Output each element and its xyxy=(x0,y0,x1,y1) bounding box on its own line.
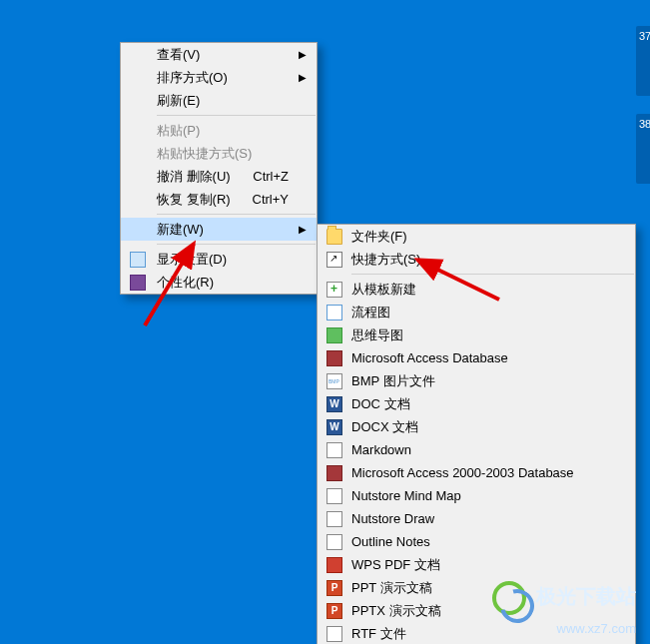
menu-redo-label: 恢复 复制(R) xyxy=(157,191,231,209)
menu-refresh[interactable]: 刷新(E) xyxy=(121,89,317,112)
flowchart-icon xyxy=(325,304,343,322)
menu-personalize-label: 个性化(R) xyxy=(157,274,214,292)
menu-paste-shortcut: 粘贴快捷方式(S) xyxy=(121,142,317,165)
new-nutstore-mind-label: Nutstore Mind Map xyxy=(351,488,461,503)
mind-icon xyxy=(325,487,343,505)
personalize-icon xyxy=(129,274,147,292)
menu-paste-shortcut-label: 粘贴快捷方式(S) xyxy=(157,145,252,163)
new-flowchart[interactable]: 流程图 xyxy=(318,301,635,323)
menu-paste-label: 粘贴(P) xyxy=(157,122,200,140)
menu-new[interactable]: 新建(W) ▶ xyxy=(121,218,317,241)
new-mindmap-label: 思维导图 xyxy=(351,326,403,344)
new-shortcut-label: 快捷方式(S) xyxy=(351,251,420,269)
pdf-icon xyxy=(325,556,343,574)
watermark-url: www.xz7.com xyxy=(557,621,636,636)
menu-separator xyxy=(157,244,316,245)
submenu-arrow-icon: ▶ xyxy=(299,72,307,83)
new-ppt-label: PPT 演示文稿 xyxy=(351,579,432,597)
display-icon xyxy=(129,251,147,269)
new-docx-label: DOCX 文档 xyxy=(351,418,418,436)
new-markdown[interactable]: Markdown xyxy=(318,438,635,461)
menu-view[interactable]: 查看(V) ▶ xyxy=(121,43,317,66)
template-icon xyxy=(325,281,343,299)
folder-icon xyxy=(325,228,343,246)
new-bmp[interactable]: BMP 图片文件 xyxy=(318,369,635,392)
menu-new-label: 新建(W) xyxy=(157,221,204,239)
menu-paste: 粘贴(P) xyxy=(121,119,317,142)
menu-redo-copy[interactable]: 恢复 复制(R) Ctrl+Y xyxy=(121,188,317,211)
menu-undo-delete[interactable]: 撤消 删除(U) Ctrl+Z xyxy=(121,165,317,188)
menu-sort-label: 排序方式(O) xyxy=(157,69,228,87)
ppt-icon xyxy=(325,579,343,597)
new-access2000-label: Microsoft Access 2000-2003 Database xyxy=(351,465,574,480)
new-nutstore-mind[interactable]: Nutstore Mind Map xyxy=(318,484,635,507)
new-pptx-label: PPTX 演示文稿 xyxy=(351,602,441,620)
submenu-arrow-icon: ▶ xyxy=(299,49,307,60)
desktop-context-menu: 查看(V) ▶ 排序方式(O) ▶ 刷新(E) 粘贴(P) 粘贴快捷方式(S) … xyxy=(120,42,318,295)
access2000-icon xyxy=(325,464,343,482)
new-outline-label: Outline Notes xyxy=(351,534,430,549)
shortcut-icon xyxy=(325,251,343,269)
new-wps-pdf-label: WPS PDF 文档 xyxy=(351,556,440,574)
new-markdown-label: Markdown xyxy=(351,442,411,457)
watermark: 极光下载站 www.xz7.com xyxy=(492,581,636,638)
new-shortcut[interactable]: 快捷方式(S) xyxy=(318,248,635,271)
menu-personalize[interactable]: 个性化(R) xyxy=(121,271,317,294)
rtf-icon xyxy=(325,625,343,643)
menu-undo-key: Ctrl+Z xyxy=(253,169,289,184)
docx-icon xyxy=(325,418,343,436)
new-access-label: Microsoft Access Database xyxy=(351,350,508,365)
new-flowchart-label: 流程图 xyxy=(351,304,390,322)
menu-refresh-label: 刷新(E) xyxy=(157,92,200,110)
new-bmp-label: BMP 图片文件 xyxy=(351,372,435,390)
new-nutstore-draw-label: Nutstore Draw xyxy=(351,511,434,526)
menu-separator xyxy=(157,214,316,215)
outline-icon xyxy=(325,533,343,551)
menu-display-settings[interactable]: 显示设置(D) xyxy=(121,248,317,271)
mindmap-icon xyxy=(325,326,343,344)
submenu-arrow-icon: ▶ xyxy=(299,224,307,235)
new-rtf-label: RTF 文件 xyxy=(351,625,406,643)
menu-separator xyxy=(351,274,634,275)
new-mindmap[interactable]: 思维导图 xyxy=(318,323,635,346)
watermark-title: 极光下载站 xyxy=(536,585,636,607)
new-access2000[interactable]: Microsoft Access 2000-2003 Database xyxy=(318,461,635,484)
new-nutstore-draw[interactable]: Nutstore Draw xyxy=(318,507,635,530)
new-outline[interactable]: Outline Notes xyxy=(318,530,635,553)
sidebar-chip-bottom: 38 xyxy=(636,114,650,184)
menu-separator xyxy=(157,115,316,116)
bmp-icon xyxy=(325,372,343,390)
access-icon xyxy=(325,349,343,367)
menu-undo-label: 撤消 删除(U) xyxy=(157,168,231,186)
menu-sort[interactable]: 排序方式(O) ▶ xyxy=(121,66,317,89)
menu-redo-key: Ctrl+Y xyxy=(253,192,289,207)
new-from-template-label: 从模板新建 xyxy=(351,281,416,299)
draw-icon xyxy=(325,510,343,528)
new-docx[interactable]: DOCX 文档 xyxy=(318,415,635,438)
sidebar-chip-top: 37 xyxy=(636,26,650,96)
new-doc[interactable]: DOC 文档 xyxy=(318,392,635,415)
new-wps-pdf[interactable]: WPS PDF 文档 xyxy=(318,553,635,576)
new-from-template[interactable]: 从模板新建 xyxy=(318,278,635,301)
markdown-icon xyxy=(325,441,343,459)
menu-display-label: 显示设置(D) xyxy=(157,251,227,269)
watermark-logo-icon xyxy=(492,581,526,615)
new-access-db[interactable]: Microsoft Access Database xyxy=(318,346,635,369)
pptx-icon xyxy=(325,602,343,620)
menu-view-label: 查看(V) xyxy=(157,46,200,64)
new-folder[interactable]: 文件夹(F) xyxy=(318,225,635,248)
doc-icon xyxy=(325,395,343,413)
new-doc-label: DOC 文档 xyxy=(351,395,410,413)
new-folder-label: 文件夹(F) xyxy=(351,228,407,246)
